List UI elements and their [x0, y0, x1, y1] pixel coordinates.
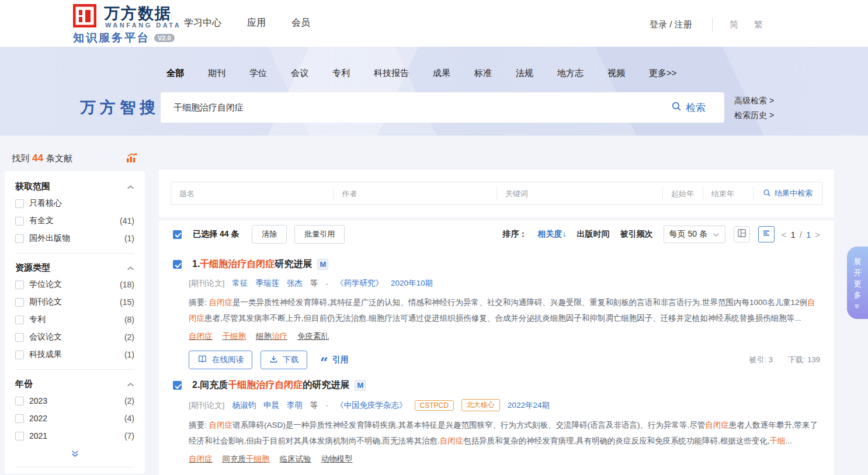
author-link[interactable]: 李萌 — [287, 400, 303, 411]
filter-checkbox[interactable] — [15, 414, 24, 423]
select-all-checkbox[interactable] — [173, 230, 182, 239]
wanfang-logo-icon[interactable] — [73, 4, 96, 27]
issue-link[interactable]: 2022年24期 — [508, 400, 550, 411]
sort-option-被引频次[interactable]: 被引频次 — [620, 229, 653, 240]
login-register-link[interactable]: 登录 / 注册 — [650, 19, 692, 30]
filter-item-期刊论文[interactable]: 期刊论文(15) — [15, 293, 134, 311]
keyword-link[interactable]: 自闭症 — [189, 331, 213, 342]
refine-input-keyword[interactable] — [497, 189, 662, 198]
result-title-link[interactable]: 1.干细胞治疗自闭症研究进展 — [192, 258, 312, 271]
tab-专利[interactable]: 专利 — [332, 68, 350, 79]
advanced-search-link[interactable]: 高级检索 > — [734, 93, 774, 108]
filter-section-title[interactable]: 获取范围 — [15, 181, 134, 192]
keyword-link[interactable]: 临床试验 — [280, 454, 311, 464]
batch-cite-button[interactable]: 批量引用 — [294, 225, 345, 244]
tab-学位[interactable]: 学位 — [249, 68, 267, 79]
filter-checkbox[interactable] — [15, 234, 24, 243]
keyword-link[interactable]: 干细胞 — [223, 331, 246, 342]
sort-option-相关度[interactable]: 相关度↓ — [538, 229, 567, 240]
filter-checkbox[interactable] — [15, 298, 24, 307]
keyword-link[interactable]: 细胞治疗 — [256, 331, 287, 342]
sort-option-出版时间[interactable]: 出版时间 — [577, 229, 610, 240]
result-checkbox[interactable] — [173, 381, 182, 390]
search-button[interactable]: 检索 — [671, 101, 724, 115]
filter-item-count: (15) — [120, 297, 134, 307]
tab-法规[interactable]: 法规 — [516, 68, 533, 79]
search-in-results-label: 结果中检索 — [775, 188, 813, 199]
filter-section-title[interactable]: 资源类型 — [15, 262, 134, 273]
filter-item-科技成果[interactable]: 科技成果(1) — [15, 346, 134, 363]
refine-input-author[interactable] — [334, 189, 496, 198]
nav-item-2[interactable]: 应用 — [247, 17, 266, 29]
author-link[interactable]: 常征 — [232, 278, 248, 289]
filter-item-会议论文[interactable]: 会议论文(2) — [15, 328, 134, 346]
author-link[interactable]: 张杰 — [287, 278, 303, 289]
prev-page-button[interactable]: < — [782, 230, 787, 240]
tab-会议[interactable]: 会议 — [291, 68, 308, 79]
lang-simplified[interactable]: 简 — [730, 19, 738, 30]
plain-term: 的研究进展 — [303, 380, 349, 390]
result-item-2: 2.间充质干细胞治疗自闭症的研究进展M[期刊论文]杨淑钧申晨李萌等-《中国免疫学… — [173, 379, 820, 464]
keyword-link[interactable]: 自闭症 — [189, 454, 213, 464]
filter-checkbox[interactable] — [15, 397, 24, 405]
filter-item-国外出版物[interactable]: 国外出版物(1) — [15, 230, 134, 247]
refine-input-year-start[interactable] — [663, 189, 703, 198]
tab-科技报告[interactable]: 科技报告 — [374, 68, 409, 79]
journal-link[interactable]: 《中国免疫学杂志》 — [336, 400, 407, 411]
nav-item-3[interactable]: 会员 — [291, 17, 310, 29]
author-link[interactable]: 申晨 — [263, 400, 279, 411]
journal-link[interactable]: 《药学研究》 — [336, 278, 383, 289]
filter-checkbox[interactable] — [15, 280, 24, 289]
next-page-button[interactable]: > — [815, 230, 820, 240]
search-input[interactable] — [161, 92, 671, 123]
download-button[interactable]: 下载 — [261, 351, 307, 369]
expand-years-button[interactable] — [15, 445, 134, 461]
tab-标准[interactable]: 标准 — [474, 68, 492, 79]
author-link[interactable]: 季瑞莲 — [256, 278, 280, 289]
issue-link[interactable]: 2020年10期 — [391, 278, 433, 289]
filter-item-2023[interactable]: 2023(2) — [15, 392, 134, 410]
filter-item-专利[interactable]: 专利(8) — [15, 311, 134, 328]
result-title-link[interactable]: 2.间充质干细胞治疗自闭症的研究进展 — [192, 379, 349, 391]
tab-期刊[interactable]: 期刊 — [208, 68, 225, 79]
filter-item-只看核心[interactable]: 只看核心 — [15, 195, 134, 212]
nav-item-1[interactable]: 学习中心 — [184, 17, 221, 29]
tab-地方志[interactable]: 地方志 — [557, 68, 584, 79]
cite-button[interactable]: “引用 — [320, 355, 349, 365]
result-checkbox[interactable] — [173, 260, 182, 269]
tab-视频[interactable]: 视频 — [607, 68, 625, 79]
read-online-button[interactable]: 在线阅读 — [189, 351, 252, 369]
analysis-chart-icon[interactable] — [126, 152, 138, 165]
chevron-down-icon — [713, 230, 720, 239]
filter-checkbox[interactable] — [15, 315, 24, 324]
refine-input-year-end[interactable] — [703, 189, 753, 198]
filter-section-title[interactable]: 年份 — [15, 379, 134, 390]
filter-item-2021[interactable]: 2021(7) — [15, 427, 134, 445]
layout-view-button[interactable] — [734, 226, 750, 242]
filter-checkbox[interactable] — [15, 333, 24, 342]
keyword-link[interactable]: 间充质干细胞 — [223, 454, 270, 464]
filter-checkbox[interactable] — [15, 199, 24, 208]
search-in-results-button[interactable]: 结果中检索 — [753, 186, 822, 200]
filter-checkbox[interactable] — [15, 217, 24, 226]
filter-item-2022[interactable]: 2022(4) — [15, 410, 134, 427]
tab-成果[interactable]: 成果 — [433, 68, 450, 79]
filter-item-学位论文[interactable]: 学位论文(18) — [15, 276, 134, 293]
tab-更多>>[interactable]: 更多>> — [649, 68, 677, 79]
filter-checkbox[interactable] — [15, 432, 24, 441]
expand-more-button[interactable]: 展开更多» — [847, 247, 868, 319]
refine-input-title[interactable] — [171, 189, 333, 198]
filter-item-有全文[interactable]: 有全文(41) — [15, 212, 134, 230]
tab-全部[interactable]: 全部 — [166, 68, 184, 79]
lang-traditional[interactable]: 繁 — [754, 19, 763, 30]
filter-item-count: (2) — [124, 332, 134, 342]
search-history-link[interactable]: 检索历史 > — [734, 108, 774, 123]
keyword-link[interactable]: 免疫紊乱 — [297, 331, 329, 342]
filter-checkbox[interactable] — [15, 351, 24, 359]
per-page-select[interactable]: 每页 50 条 — [664, 226, 725, 243]
keyword-link[interactable]: 动物模型 — [321, 454, 353, 464]
list-view-button[interactable] — [758, 226, 775, 242]
author-link[interactable]: 杨淑钧 — [232, 400, 256, 411]
brand-name-cn[interactable]: 万方数据 — [104, 3, 172, 24]
clear-selection-button[interactable]: 清除 — [252, 225, 287, 244]
